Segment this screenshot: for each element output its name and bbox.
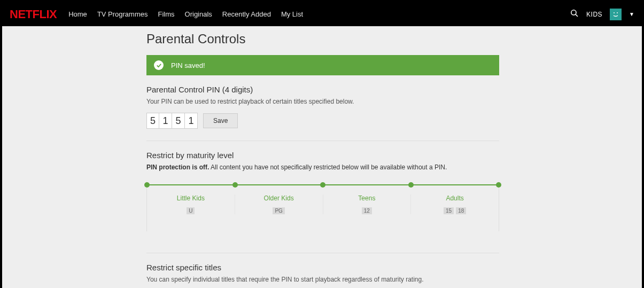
pin-digit-2[interactable]: 1	[159, 113, 172, 129]
titles-desc: You can specify individual titles that r…	[146, 276, 499, 283]
maturity-label: Adults	[413, 194, 496, 202]
check-circle-icon	[154, 60, 164, 70]
nav-mylist[interactable]: My List	[281, 10, 303, 18]
rating-badge: PG	[273, 207, 284, 214]
nav-recent[interactable]: Recently Added	[222, 10, 271, 18]
nav-home[interactable]: Home	[68, 10, 87, 18]
maturity-label: Older Kids	[237, 194, 321, 202]
main-nav: Home TV Programmes Films Originals Recen…	[68, 10, 303, 18]
maturity-col-teens[interactable]: Teens 12	[323, 194, 412, 214]
slider-dot-0[interactable]	[144, 182, 150, 188]
titles-heading: Restrict specific titles	[146, 263, 499, 272]
topbar: NETFLIX Home TV Programmes Films Origina…	[2, 2, 642, 26]
nav-tv[interactable]: TV Programmes	[97, 10, 148, 18]
svg-point-3	[617, 12, 618, 13]
kids-link[interactable]: KIDS	[586, 11, 602, 18]
maturity-col-little-kids[interactable]: Little Kids U	[147, 194, 235, 214]
pin-heading: Parental Control PIN (4 digits)	[146, 85, 499, 94]
maturity-label: Little Kids	[149, 194, 232, 202]
slider-dot-2[interactable]	[320, 182, 325, 188]
slider-dot-3[interactable]	[408, 182, 414, 188]
netflix-logo[interactable]: NETFLIX	[10, 7, 57, 21]
maturity-col-older-kids[interactable]: Older Kids PG	[235, 194, 323, 214]
svg-point-0	[571, 10, 576, 15]
caret-down-icon[interactable]: ▼	[629, 11, 634, 17]
slider-dot-1[interactable]	[232, 182, 238, 188]
search-icon[interactable]	[570, 9, 579, 20]
divider	[146, 141, 499, 141]
nav-films[interactable]: Films	[158, 10, 175, 18]
rating-badge: 15	[444, 207, 454, 214]
divider	[146, 253, 499, 253]
protection-rest: All content you have not specifically re…	[209, 164, 447, 171]
protection-strong: PIN protection is off.	[146, 164, 209, 171]
svg-point-2	[614, 12, 615, 13]
pin-input[interactable]: 5 1 5 1	[146, 113, 198, 129]
rating-badge: U	[187, 207, 195, 214]
protection-status: PIN protection is off. All content you h…	[146, 164, 499, 171]
save-button[interactable]: Save	[203, 113, 238, 128]
pin-digit-1[interactable]: 5	[146, 113, 159, 129]
pin-digit-3[interactable]: 5	[172, 113, 185, 129]
rating-badge: 18	[456, 207, 466, 214]
maturity-slider[interactable]: Little Kids U Older Kids PG Teens 12 A	[146, 182, 499, 231]
nav-originals[interactable]: Originals	[185, 10, 212, 18]
rating-badge: 12	[362, 207, 372, 214]
maturity-heading: Restrict by maturity level	[146, 151, 499, 160]
pin-desc: Your PIN can be used to restrict playbac…	[146, 98, 499, 105]
profile-avatar[interactable]	[610, 9, 622, 20]
maturity-col-adults[interactable]: Adults 15 18	[411, 194, 499, 214]
success-banner: PIN saved!	[146, 55, 499, 75]
banner-message: PIN saved!	[171, 61, 205, 69]
maturity-label: Teens	[325, 194, 409, 202]
slider-dot-4[interactable]	[496, 182, 501, 188]
pin-digit-4[interactable]: 1	[185, 113, 198, 129]
page-title: Parental Controls	[146, 32, 499, 46]
svg-line-1	[576, 14, 578, 17]
